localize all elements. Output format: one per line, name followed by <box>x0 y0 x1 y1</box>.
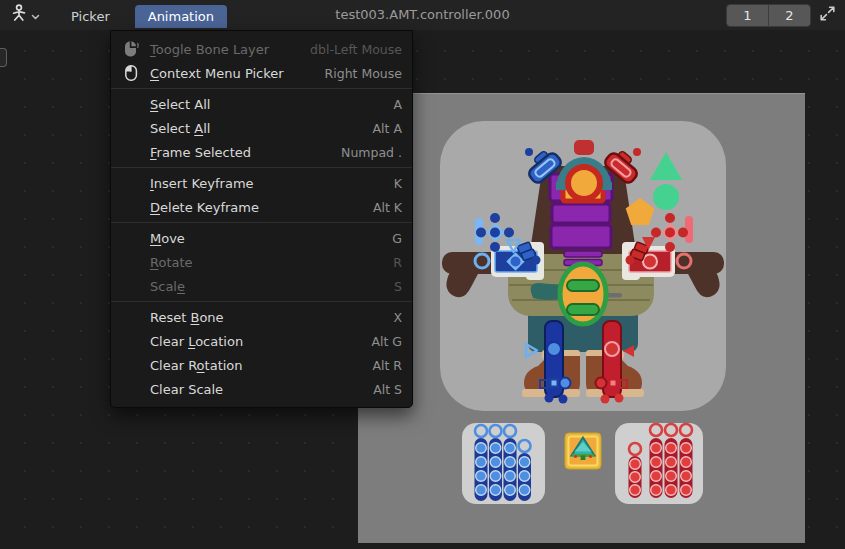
fullscreen-expand-button[interactable] <box>814 5 840 27</box>
menu-item-shortcut: Alt A <box>373 121 402 136</box>
menu-item-label: Insert Keyframe <box>150 176 394 191</box>
menu-item-frame-selected[interactable]: Frame SelectedNumpad . <box>111 140 412 164</box>
menu-item-shortcut: dbl-Left Mouse <box>310 42 402 57</box>
circle-prop-control[interactable] <box>653 184 679 210</box>
menu-item-shortcut: Alt S <box>373 382 402 397</box>
chevron-down-icon <box>31 6 40 25</box>
menu-item-move[interactable]: MoveG <box>111 226 412 250</box>
menu-section-1: Toogle Bone Layerdbl-Left MouseContext M… <box>111 34 412 88</box>
menu-item-context-menu-picker[interactable]: Context Menu PickerRight Mouse <box>111 61 412 85</box>
picker-window: Picker Animation test003.AMT.controller.… <box>0 0 845 549</box>
tab-picker[interactable]: Picker <box>58 5 123 28</box>
left-finger-column-1[interactable] <box>475 425 488 501</box>
menu-item-label: Reset Bone <box>150 310 393 325</box>
menu-item-label: Delete Keyframe <box>150 200 373 215</box>
menu-item-clear-scale[interactable]: Clear ScaleAlt S <box>111 377 412 401</box>
mouse-right-icon <box>123 64 150 82</box>
layer-button-1[interactable]: 1 <box>727 5 768 26</box>
menu-item-label: Rotate <box>150 255 393 270</box>
menu-item-label: Select All <box>150 97 393 112</box>
menu-item-label: Scale <box>150 279 394 294</box>
menu-item-clear-location[interactable]: Clear LocationAlt G <box>111 329 412 353</box>
menu-item-shortcut: Alt K <box>373 200 402 215</box>
menu-item-clear-rotation[interactable]: Clear RotationAlt R <box>111 353 412 377</box>
menu-item-shortcut: Right Mouse <box>325 66 402 81</box>
controller-title: test003.AMT.controller.000 <box>0 0 845 30</box>
menu-item-label: Context Menu Picker <box>150 66 325 81</box>
character-picker-svg <box>358 94 805 543</box>
menu-item-shortcut: K <box>394 176 402 191</box>
armature-stick-figure-icon <box>9 3 29 27</box>
menu-item-shortcut: Alt R <box>372 358 402 373</box>
menu-item-label: Clear Scale <box>150 382 373 397</box>
picker-viewport <box>358 93 805 543</box>
face-control[interactable] <box>568 167 600 199</box>
menu-item-shortcut: Alt G <box>371 334 402 349</box>
topbar-right-controls: 1 2 <box>726 4 840 27</box>
menu-item-select-all[interactable]: Select AllA <box>111 92 412 116</box>
menu-item-reset-bone[interactable]: Reset BoneX <box>111 305 412 329</box>
menu-item-label: Clear Rotation <box>150 358 372 373</box>
right-finger-column-4[interactable] <box>680 424 693 498</box>
menu-item-label: Toogle Bone Layer <box>150 42 310 57</box>
layer-button-group: 1 2 <box>726 4 811 27</box>
left-finger-column-3[interactable] <box>504 425 517 501</box>
menu-item-label: Clear Location <box>150 334 371 349</box>
menu-item-shortcut: R <box>393 255 402 270</box>
right-finger-column-2[interactable] <box>650 424 663 498</box>
menu-item-shortcut: Numpad . <box>341 145 402 160</box>
menu-item-shortcut: X <box>393 310 402 325</box>
menu-item-shortcut: A <box>393 97 402 112</box>
menu-item-rotate: RotateR <box>111 250 412 274</box>
menu-item-label: Move <box>150 231 392 246</box>
topknot-control <box>574 140 594 155</box>
menu-item-shortcut: S <box>394 279 402 294</box>
menu-item-toogle-bone-layer: Toogle Bone Layerdbl-Left Mouse <box>111 37 412 61</box>
menu-item-label: Select All <box>150 121 373 136</box>
belly-control[interactable] <box>560 264 606 324</box>
menu-item-select-all[interactable]: Select AllAlt A <box>111 116 412 140</box>
mouse-left-double-icon <box>123 40 150 58</box>
tab-animation[interactable]: Animation <box>135 5 227 28</box>
menu-item-label: Frame Selected <box>150 145 341 160</box>
collapsed-panel-handle[interactable] <box>0 48 7 67</box>
menu-section-3: Insert KeyframeKDelete KeyframeAlt K <box>111 167 412 222</box>
menu-item-delete-keyframe[interactable]: Delete KeyframeAlt K <box>111 195 412 219</box>
root-control-button[interactable] <box>565 433 601 469</box>
top-bar: Picker Animation test003.AMT.controller.… <box>0 0 845 30</box>
menu-item-insert-keyframe[interactable]: Insert KeyframeK <box>111 171 412 195</box>
left-finger-column-2[interactable] <box>489 425 502 501</box>
editor-mode-button[interactable] <box>5 1 44 29</box>
menu-section-2: Select AllASelect AllAlt AFrame Selected… <box>111 88 412 167</box>
layer-button-2[interactable]: 2 <box>768 5 810 26</box>
menu-item-scale: ScaleS <box>111 274 412 298</box>
menu-section-4: MoveGRotateRScaleS <box>111 222 412 301</box>
right-finger-column-3[interactable] <box>665 424 678 498</box>
menu-item-shortcut: G <box>392 231 402 246</box>
menu-section-5: Reset BoneXClear LocationAlt GClear Rota… <box>111 301 412 404</box>
animation-dropdown-menu: Toogle Bone Layerdbl-Left MouseContext M… <box>110 30 413 408</box>
fullscreen-expand-icon <box>819 5 836 26</box>
